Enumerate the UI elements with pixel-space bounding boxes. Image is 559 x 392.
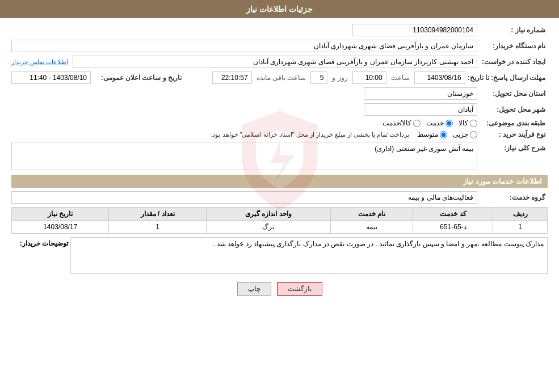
category-option-khedmat: خدمت — [426, 119, 453, 127]
buyer-notes-label: توضیحات خریدار: — [11, 237, 68, 247]
province-row: استان محل تحویل: خوزستان — [11, 87, 548, 100]
radio-kala-label: کالا — [459, 119, 468, 127]
send-day-value: 5 — [310, 71, 327, 84]
col-row-num: ردیف — [493, 208, 548, 221]
service-group-label: گروه خدمت: — [480, 193, 548, 201]
radio-mottasat[interactable] — [440, 131, 447, 138]
city-value: آبادان — [364, 103, 477, 116]
announce-datetime-value: 1403/08/10 - 11:40 — [11, 71, 91, 84]
cell-service-name: بیمه — [331, 221, 413, 234]
print-button[interactable]: چاپ — [237, 282, 271, 296]
services-header: اطلاعات خدمات مورد نیاز — [11, 175, 548, 188]
category-option-kala-khedmat: کالا/خدمت — [383, 119, 421, 127]
services-table: ردیف کد خدمت نام خدمت واحد اندازه گیری ت… — [11, 207, 548, 234]
page-title: جزئیات اطلاعات نیاز — [246, 5, 313, 14]
radio-jozi-label: جزیی — [453, 130, 468, 138]
city-label: شهر محل تحویل: — [480, 106, 548, 113]
services-table-container: ردیف کد خدمت نام خدمت واحد اندازه گیری ت… — [11, 207, 548, 234]
send-date-value: 1403/08/16 — [414, 71, 465, 84]
send-remaining-value: 22:10:57 — [212, 71, 252, 84]
buttons-row: بازگشت چاپ — [11, 282, 548, 296]
col-unit: واحد اندازه گیری — [206, 208, 330, 221]
city-row: شهر محل تحویل: آبادان — [11, 103, 548, 116]
cell-row-num: 1 — [493, 221, 548, 234]
buyer-notes-textarea[interactable] — [70, 237, 548, 274]
send-day-label: روز و — [332, 74, 347, 82]
process-label: نوع فرآیند خرید : — [480, 130, 548, 138]
description-row: شرح کلی نیاز: — [11, 142, 548, 170]
cell-service-code: د-65-651 — [413, 221, 493, 234]
radio-jozi[interactable] — [470, 131, 477, 138]
process-row: نوع فرآیند خرید : جزیی متوسط پرداخت تمام… — [11, 130, 548, 138]
service-group-row: گروه خدمت: فعالیت‌های مالی و بیمه — [11, 191, 548, 204]
category-radio-group: کالا خدمت کالا/خدمت — [383, 119, 477, 127]
radio-kala-khedmat-label: کالا/خدمت — [383, 119, 411, 127]
creator-value: احمد بهشتی کاربرداز سازمان عمران و بازآف… — [73, 56, 477, 68]
cell-date: 1403/08/17 — [12, 221, 109, 234]
col-quantity: تعداد / مقدار — [109, 208, 206, 221]
process-note: پرداخت تمام یا بخشی از مبلغ خریدار از مح… — [211, 131, 409, 138]
contact-link[interactable]: اطلاعات تماس خریدار — [11, 58, 68, 66]
buyer-org-label: نام دستگاه خریدار: — [480, 42, 548, 50]
announce-datetime-label: تاریخ و ساعت اعلان عمومی: — [93, 74, 184, 82]
cell-unit: برگ — [206, 221, 330, 234]
col-service-name: نام خدمت — [331, 208, 413, 221]
buyer-org-value: سازمان عمران و بازآفرینی فضای شهری شهردا… — [11, 40, 477, 52]
description-label: شرح کلی نیاز: — [480, 142, 548, 152]
cell-quantity: 1 — [109, 221, 206, 234]
process-option-mottasat: متوسط — [417, 130, 447, 138]
category-label: طبقه بندی موضوعی: — [480, 119, 548, 127]
service-group-value: فعالیت‌های مالی و بیمه — [11, 191, 477, 204]
table-body: 1 د-65-651 بیمه برگ 1 1403/08/17 — [12, 221, 548, 234]
send-date-label: مهلت ارسال پاسخ: تا تاریخ: — [468, 74, 548, 82]
description-textarea[interactable] — [11, 142, 477, 170]
send-remaining-label: ساعت باقی مانده — [257, 74, 306, 82]
announce-row: مهلت ارسال پاسخ: تا تاریخ: 1403/08/16 سا… — [11, 71, 548, 84]
col-service-code: کد خدمت — [413, 208, 493, 221]
radio-khedmat-label: خدمت — [426, 119, 444, 127]
creator-label: ایجاد کننده در خواست: — [480, 58, 548, 66]
province-value: خوزستان — [364, 87, 477, 100]
province-label: استان محل تحویل: — [480, 90, 548, 98]
radio-khedmat[interactable] — [445, 120, 453, 127]
table-header: ردیف کد خدمت نام خدمت واحد اندازه گیری ت… — [12, 208, 548, 221]
buyer-notes-section: توضیحات خریدار: — [11, 237, 548, 274]
radio-kala-khedmat[interactable] — [413, 120, 421, 127]
col-date: تاریخ نیاز — [12, 208, 109, 221]
category-option-kala: کالا — [459, 119, 477, 127]
page-header: جزئیات اطلاعات نیاز — [0, 0, 559, 18]
process-option-jozi: جزیی — [453, 130, 477, 138]
buyer-org-row: نام دستگاه خریدار: سازمان عمران و بازآفر… — [11, 40, 548, 52]
back-button[interactable]: بازگشت — [277, 282, 322, 296]
radio-mottasat-label: متوسط — [417, 130, 438, 138]
need-number-value: 1103094982000104 — [352, 24, 477, 36]
category-row: طبقه بندی موضوعی: کالا خدمت کالا/خدمت — [11, 119, 548, 127]
send-time-value: 10:00 — [352, 71, 386, 84]
need-number-row: شماره نیاز : 1103094982000104 — [11, 24, 548, 36]
process-radio-group: جزیی متوسط — [417, 130, 477, 138]
table-row: 1 د-65-651 بیمه برگ 1 1403/08/17 — [12, 221, 548, 234]
need-number-label: شماره نیاز : — [480, 26, 548, 34]
send-time-label: ساعت — [391, 74, 410, 82]
creator-row: ایجاد کننده در خواست: احمد بهشتی کاربردا… — [11, 56, 548, 68]
radio-kala[interactable] — [470, 120, 477, 127]
